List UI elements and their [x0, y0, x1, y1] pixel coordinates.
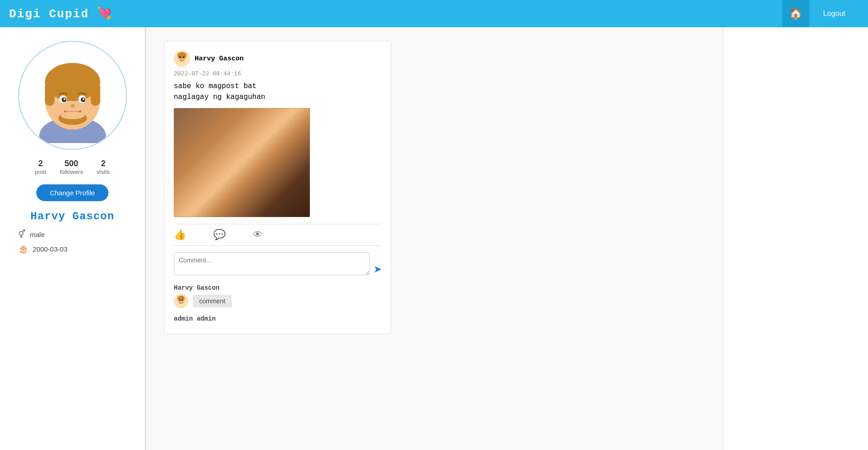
- post-timestamp: 2022-07-22 08:44:16: [174, 70, 382, 77]
- comment-row-1: comment: [174, 294, 382, 308]
- avatar-container: [18, 41, 127, 150]
- gender-icon: ⚥: [18, 229, 25, 239]
- stat-visits: 2 visits: [97, 159, 110, 175]
- change-profile-button[interactable]: Change Profile: [36, 184, 108, 201]
- svg-point-11: [83, 98, 84, 100]
- right-panel: [723, 27, 868, 450]
- svg-point-24: [182, 300, 183, 301]
- comment-avatar-1: [174, 294, 188, 308]
- birthday-row: 🎂 2000-03-03: [18, 244, 136, 254]
- comment-button[interactable]: 💬: [213, 229, 226, 241]
- like-button[interactable]: 👍: [174, 229, 186, 241]
- post-header: Harvy Gascon: [174, 50, 382, 67]
- post-actions: 👍 💬 👁: [174, 224, 382, 246]
- comment-section: Harvy Gascon comment admi: [174, 284, 382, 322]
- home-button[interactable]: 🏠: [782, 0, 809, 27]
- profile-name: Harvy Gascon: [30, 210, 114, 223]
- svg-point-22: [177, 296, 185, 301]
- stat-post: 2 post: [35, 159, 46, 175]
- stat-followers: 500 followers: [60, 159, 83, 175]
- logout-button[interactable]: Logout: [809, 0, 859, 27]
- app-title: Digi Cupid 💘: [9, 6, 113, 21]
- sidebar: 2 post 500 followers 2 visits Change Pro…: [0, 27, 145, 450]
- avatar-image: [25, 48, 120, 143]
- svg-point-12: [70, 104, 75, 108]
- post-count: 2: [38, 159, 43, 168]
- send-comment-button[interactable]: ➤: [373, 263, 382, 275]
- comment-username-1: Harvy Gascon: [174, 284, 382, 292]
- stats-row: 2 post 500 followers 2 visits: [35, 159, 110, 175]
- birthday-value: 2000-03-03: [33, 245, 68, 253]
- post-card: Harvy Gascon 2022-07-22 08:44:16 sabe ko…: [164, 41, 391, 334]
- comment-icon: 💬: [213, 229, 226, 240]
- svg-rect-4: [45, 82, 54, 106]
- svg-point-10: [64, 98, 65, 100]
- svg-point-17: [177, 52, 186, 59]
- post-label: post: [35, 168, 46, 175]
- comment-input-row: ➤: [174, 252, 382, 275]
- post-image-inner: [174, 108, 310, 217]
- header: Digi Cupid 💘 🏠 Logout: [0, 0, 868, 27]
- post-username: Harvy Gascon: [195, 55, 244, 63]
- svg-point-19: [183, 56, 185, 58]
- feed-area: Harvy Gascon 2022-07-22 08:44:16 sabe ko…: [146, 27, 723, 450]
- header-nav: 🏠 Logout: [782, 0, 859, 27]
- gender-row: ⚥ male: [18, 229, 136, 239]
- followers-label: followers: [60, 168, 83, 175]
- view-icon: 👁: [253, 229, 263, 240]
- followers-count: 500: [64, 159, 78, 168]
- post-avatar: [174, 50, 190, 67]
- comment-username-2: admin admin: [174, 315, 382, 322]
- svg-point-23: [179, 300, 181, 301]
- post-text: sabe ko magpost bat naglagay ng kagaguha…: [174, 81, 382, 103]
- view-button[interactable]: 👁: [253, 229, 263, 241]
- main-container: 2 post 500 followers 2 visits Change Pro…: [0, 27, 868, 450]
- comment-text-1: comment: [193, 295, 232, 307]
- svg-point-18: [179, 56, 181, 58]
- comment-input[interactable]: [174, 252, 370, 275]
- svg-rect-5: [90, 82, 100, 106]
- profile-details: ⚥ male 🎂 2000-03-03: [9, 229, 136, 258]
- svg-point-14: [60, 112, 84, 119]
- visits-count: 2: [101, 159, 105, 168]
- birthday-icon: 🎂: [18, 244, 28, 254]
- like-icon: 👍: [174, 229, 186, 240]
- post-image: [174, 108, 310, 217]
- visits-label: visits: [97, 168, 110, 175]
- gender-value: male: [30, 231, 45, 238]
